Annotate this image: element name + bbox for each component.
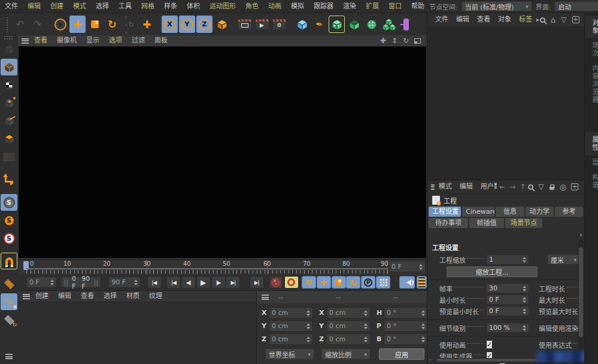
make-editable-button[interactable] bbox=[1, 41, 17, 57]
filter-icon[interactable]: ▽ bbox=[538, 183, 544, 190]
tab-content-browser-vertical[interactable]: 内容浏览器 bbox=[585, 61, 598, 107]
key-parameter-toggle[interactable]: P bbox=[361, 276, 375, 289]
chevron-right-icon[interactable]: ▸ bbox=[536, 17, 539, 23]
last-tool-psr[interactable]: PSR↻ bbox=[122, 16, 138, 33]
lod-field[interactable]: 100 % bbox=[486, 323, 529, 333]
tab-cineware[interactable]: Cineware bbox=[462, 207, 494, 217]
volume-button[interactable] bbox=[381, 16, 397, 33]
coordinates-menu-icon[interactable] bbox=[262, 295, 269, 300]
target-icon[interactable]: ◎ bbox=[560, 183, 566, 191]
point-mode-button[interactable] bbox=[1, 95, 17, 111]
next-key-button[interactable]: ▶| bbox=[226, 276, 240, 289]
goto-end-button[interactable]: ▶| bbox=[250, 276, 264, 289]
snap-enabled-button[interactable]: S bbox=[1, 212, 17, 229]
search-icon[interactable] bbox=[540, 17, 545, 23]
spinner-icon[interactable] bbox=[523, 257, 526, 263]
rotate-tool[interactable]: ↻ bbox=[104, 16, 120, 33]
vertical-scrollbar[interactable] bbox=[578, 240, 584, 357]
live-selection-tool[interactable]: ➤ bbox=[52, 16, 68, 33]
menu-mograph[interactable]: 运动图形 bbox=[205, 0, 241, 13]
objman-menu-tags[interactable]: 标签 bbox=[515, 13, 536, 26]
tab-reference[interactable]: 参考 bbox=[555, 207, 583, 217]
ruler-track[interactable]: 0 10 20 30 40 50 60 70 80 90 bbox=[26, 260, 388, 275]
preview-min-field[interactable]: 0 F bbox=[486, 306, 529, 316]
position-x-field[interactable]: 0 cm bbox=[269, 307, 313, 318]
render-view-button[interactable] bbox=[236, 16, 253, 33]
snap-magnet-button[interactable] bbox=[1, 253, 17, 269]
spinner-icon[interactable] bbox=[364, 336, 368, 342]
scale-x-field[interactable]: 0 cm bbox=[326, 307, 371, 318]
undo-button[interactable]: ↶ bbox=[12, 16, 28, 33]
scale-project-button[interactable]: 缩放工程... bbox=[447, 266, 538, 277]
tab-scene-nodes[interactable]: 场景节点 bbox=[505, 218, 542, 228]
objman-menu-object[interactable]: 对象 bbox=[494, 13, 515, 26]
rotation-h-field[interactable]: 0 ° bbox=[384, 307, 428, 318]
current-frame-field[interactable]: 0 F bbox=[388, 261, 426, 272]
key-position-toggle[interactable]: ✚ bbox=[317, 276, 331, 289]
spline-pen-button[interactable]: ✒ bbox=[311, 16, 327, 33]
coordinate-mode-select[interactable]: 世界坐标▾ bbox=[265, 348, 314, 360]
attr-menu-edit[interactable]: 编辑 bbox=[456, 180, 476, 193]
lock-icon[interactable] bbox=[550, 187, 554, 190]
snap-auto-button[interactable]: S bbox=[1, 230, 17, 247]
menu-window[interactable]: 窗口 bbox=[384, 0, 406, 13]
position-y-field[interactable]: 0 cm bbox=[269, 320, 313, 332]
menu-tools[interactable]: 工具 bbox=[114, 0, 136, 13]
scroll-left-icon[interactable]: ‹ bbox=[429, 357, 432, 363]
spinner-icon[interactable] bbox=[306, 336, 310, 342]
fps-field[interactable]: 30 bbox=[486, 283, 529, 293]
snap-disabled-button[interactable]: S bbox=[1, 194, 17, 211]
render-picture-viewer-button[interactable]: ▶ bbox=[254, 16, 270, 33]
tab-objects-vertical[interactable]: 对象 bbox=[585, 16, 598, 38]
object-tree-area[interactable] bbox=[427, 27, 584, 180]
model-mode-button[interactable] bbox=[1, 59, 17, 75]
key-scale-toggle[interactable] bbox=[332, 276, 346, 289]
tab-frame-interpolation[interactable]: 帧插值 bbox=[469, 218, 504, 228]
maximize-view-icon[interactable] bbox=[414, 38, 421, 44]
menu-mode[interactable]: 模式 bbox=[68, 0, 91, 13]
free-move-tool[interactable]: ✚ bbox=[139, 16, 155, 33]
attr-menu-userdata[interactable]: 用户数据 bbox=[477, 180, 497, 193]
scrollbar-thumb[interactable] bbox=[579, 247, 583, 337]
scale-mode-select[interactable]: 缩放比例▾ bbox=[321, 348, 371, 360]
add-layer-icon[interactable]: + bbox=[572, 16, 579, 23]
deformer-button[interactable] bbox=[363, 16, 380, 33]
key-rotation-toggle[interactable]: ↻ bbox=[346, 276, 360, 289]
range-display[interactable]: || 0 F 90 F || bbox=[61, 277, 102, 288]
palette-menu-icon[interactable] bbox=[5, 354, 13, 359]
timeline-ruler[interactable]: 0 10 20 30 40 50 60 70 80 90 0 F bbox=[18, 259, 427, 274]
project-scale-field[interactable]: 1 bbox=[486, 254, 529, 265]
menu-animate[interactable]: 动画 bbox=[263, 0, 286, 13]
menu-tracker[interactable]: 跟踪器 bbox=[309, 0, 338, 13]
axis-x-toggle[interactable]: X bbox=[162, 16, 178, 33]
subdivision-surface-button[interactable] bbox=[329, 16, 345, 33]
min-time-field[interactable]: 0 F bbox=[486, 295, 529, 305]
objman-menu-view[interactable]: 查看 bbox=[473, 13, 494, 26]
material-list-area[interactable] bbox=[18, 302, 256, 364]
viewport-menu-panel[interactable]: 面板 bbox=[150, 35, 172, 46]
palette-grip[interactable] bbox=[4, 35, 13, 40]
viewport-menu-camera[interactable]: 摄像机 bbox=[53, 35, 81, 46]
material-menu-create[interactable]: 创建 bbox=[31, 291, 53, 302]
forward-arrow-icon[interactable]: → bbox=[508, 183, 517, 191]
add-icon[interactable]: + bbox=[571, 183, 578, 190]
scale-y-field[interactable]: 0 cm bbox=[326, 320, 371, 332]
record-keyframe-button[interactable] bbox=[269, 276, 283, 289]
search-icon[interactable] bbox=[528, 184, 533, 190]
material-menu-view[interactable]: 查看 bbox=[77, 291, 98, 302]
material-menu-texture[interactable]: 纹理 bbox=[145, 291, 166, 302]
spinner-icon[interactable] bbox=[364, 323, 368, 329]
start-frame-field[interactable]: 0 F bbox=[26, 277, 57, 288]
node-space-select[interactable]: 当前 (标准/物理) ▾ bbox=[462, 1, 532, 11]
axis-mode-button[interactable] bbox=[1, 170, 17, 187]
prev-key-button[interactable]: |◀ bbox=[166, 276, 181, 289]
use-animation-checkbox[interactable]: ✓ bbox=[486, 340, 493, 349]
align-workplane-button[interactable]: ↻ bbox=[1, 311, 17, 328]
menu-edit[interactable]: 编辑 bbox=[23, 0, 45, 13]
material-menu-material[interactable]: 材质 bbox=[122, 291, 144, 302]
tab-todo[interactable]: 待办事项 bbox=[429, 218, 468, 228]
spinner-icon[interactable] bbox=[523, 325, 526, 331]
viewport-menu-display[interactable]: 显示 bbox=[82, 35, 104, 46]
spinner-icon[interactable] bbox=[306, 323, 310, 329]
axis-y-toggle[interactable]: Y bbox=[179, 16, 195, 33]
